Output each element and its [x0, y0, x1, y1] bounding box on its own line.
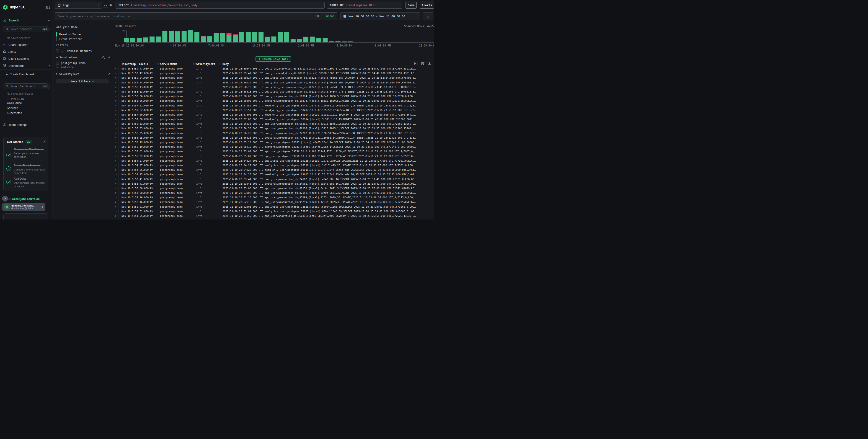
save-button[interactable]: Save	[405, 2, 417, 9]
row-expander-icon[interactable]: >	[115, 168, 119, 172]
row-expander-icon[interactable]: >	[115, 76, 119, 80]
sidebar-preset-item[interactable]: Services	[0, 105, 52, 111]
row-expander-icon[interactable]: >	[115, 81, 119, 85]
edit-sql-button[interactable]: <>	[103, 3, 108, 8]
row-expander-icon[interactable]: >	[115, 85, 119, 90]
table-row[interactable]: >Nov 10 5:55:19.000 PMpostgresql-demoinf…	[113, 145, 434, 149]
table-row[interactable]: >Nov 10 5:52:01.000 PMpostgresql-demoinf…	[113, 205, 434, 209]
table-row[interactable]: >Nov 10 5:56:33.000 PMpostgresql-demoinf…	[113, 126, 434, 131]
table-row[interactable]: >Nov 10 5:52:16.000 PMpostgresql-demoinf…	[113, 200, 434, 205]
row-expander-icon[interactable]: >	[115, 103, 119, 108]
table-row[interactable]: >Nov 10 5:59:47.000 PMpostgresql-demoinf…	[113, 67, 434, 71]
table-row[interactable]: >Nov 10 5:52:01.000 PMpostgresql-demoinf…	[113, 209, 434, 214]
histogram-chart[interactable]: 02KNov 10 12:00:00 AM4:00:00 AM7:00:00 A…	[115, 29, 434, 47]
table-row[interactable]: >Nov 10 5:54:27.000 PMpostgresql-demoinf…	[113, 163, 434, 168]
load-more-button[interactable]: Load more	[56, 66, 73, 69]
table-row[interactable]: >Nov 10 5:55:02.000 PMpostgresql-demoinf…	[113, 149, 434, 154]
row-expander-icon[interactable]: >	[115, 159, 119, 163]
row-expander-icon[interactable]: >	[115, 195, 119, 200]
row-expander-icon[interactable]: >	[115, 126, 119, 131]
row-expander-icon[interactable]: >	[115, 186, 119, 191]
sidebar-item-search[interactable]: Search	[3, 18, 51, 23]
table-row[interactable]: >Nov 10 5:55:19.000 PMpostgresql-demoinf…	[113, 140, 434, 145]
orderby-clause-input[interactable]: ORDER BY TimestampTime DESC	[327, 2, 402, 9]
denoise-checkbox[interactable]	[56, 50, 59, 53]
sidebar-collapse-icon[interactable]	[46, 6, 50, 9]
row-expander-icon[interactable]: >	[115, 67, 119, 71]
row-expander-icon[interactable]: >	[115, 200, 119, 205]
column-resize-handle[interactable]: ⋮⋮	[156, 62, 159, 65]
row-expander-icon[interactable]: >	[115, 209, 119, 214]
table-row[interactable]: >Nov 10 5:51:55.000 PMpostgresql-demoinf…	[113, 214, 434, 218]
table-row[interactable]: >Nov 10 5:57:00.000 PMpostgresql-demoinf…	[113, 113, 434, 117]
alerts-button[interactable]: Alerts	[420, 2, 434, 9]
table-row[interactable]: >Nov 10 5:59:24.000 PMpostgresql-demoinf…	[113, 76, 434, 80]
filter-value-label[interactable]: postgresql-demo	[61, 62, 86, 65]
saved-searches-input[interactable]: Saved Searches ⌘K	[3, 26, 50, 32]
source-settings-button[interactable]	[109, 3, 113, 7]
sidebar-preset-item[interactable]: Kubernetes	[0, 111, 52, 116]
more-filters-button[interactable]: More filters	[56, 79, 108, 84]
sql-toggle[interactable]: SQL	[315, 14, 320, 18]
row-expander-icon[interactable]: >	[115, 163, 119, 168]
row-expander-icon[interactable]: >	[115, 182, 119, 186]
chevron-up-icon[interactable]	[48, 20, 51, 21]
servicename-group-header[interactable]: ServiceName	[56, 56, 110, 59]
search-icon[interactable]	[102, 56, 105, 59]
pin-icon[interactable]	[107, 73, 110, 76]
row-expander-icon[interactable]: >	[115, 99, 119, 103]
source-select[interactable]: Logs	[55, 2, 102, 9]
row-expander-icon[interactable]: >	[115, 140, 119, 145]
column-resize-handle[interactable]: ⋮⋮	[218, 62, 222, 65]
row-expander-icon[interactable]: >	[115, 145, 119, 149]
table-row[interactable]: >Nov 10 5:54:25.000 PMpostgresql-demoinf…	[113, 172, 434, 177]
denoise-label[interactable]: Denoise Results	[67, 50, 92, 53]
help-button[interactable]: ?	[2, 195, 8, 201]
user-menu[interactable]: D dominic.tran@clic... dominic.tran@clic…	[2, 203, 45, 211]
row-expander-icon[interactable]: >	[115, 191, 119, 195]
table-row[interactable]: >Nov 10 5:58:13.000 PMpostgresql-demoinf…	[113, 90, 434, 94]
get-started-step[interactable]: Connect to ClickHouse Set up your databa…	[14, 148, 46, 159]
row-expander-icon[interactable]: >	[115, 71, 119, 76]
table-row[interactable]: >Nov 10 5:54:25.000 PMpostgresql-demoinf…	[113, 168, 434, 172]
table-row[interactable]: >Nov 10 5:56:33.000 PMpostgresql-demoinf…	[113, 122, 434, 126]
run-query-button[interactable]: ▷	[423, 12, 433, 20]
sidebar-preset-item[interactable]: ClickHouse	[0, 100, 52, 105]
row-expander-icon[interactable]: >	[115, 122, 119, 126]
table-row[interactable]: >Nov 10 5:54:27.000 PMpostgresql-demoinf…	[113, 159, 434, 163]
row-expander-icon[interactable]: >	[115, 218, 119, 220]
row-expander-icon[interactable]: >	[115, 214, 119, 218]
table-row[interactable]: >Nov 10 5:55:02.000 PMpostgresql-demoinf…	[113, 154, 434, 159]
table-row[interactable]: >Nov 10 5:58:06.000 PMpostgresql-demoinf…	[113, 99, 434, 103]
row-expander-icon[interactable]: >	[115, 172, 119, 177]
table-row[interactable]: >Nov 10 5:56:25.000 PMpostgresql-demoinf…	[113, 131, 434, 136]
table-row[interactable]: >Nov 10 5:57:00.000 PMpostgresql-demoinf…	[113, 117, 434, 122]
table-row[interactable]: >Nov 10 5:57:52.000 PMpostgresql-demoinf…	[113, 103, 434, 108]
sidebar-item-alerts[interactable]: Alerts	[3, 49, 51, 54]
table-row[interactable]: >Nov 10 5:51:55.000 PMpostgresql-demoinf…	[113, 218, 434, 220]
get-started-step[interactable]: Add Data Start sending logs, metrics, or…	[14, 177, 46, 188]
chevron-up-icon[interactable]	[48, 65, 51, 67]
row-expander-icon[interactable]: >	[115, 149, 119, 154]
pin-icon[interactable]	[107, 56, 110, 59]
table-row[interactable]: >Nov 10 5:57:52.000 PMpostgresql-demoinf…	[113, 108, 434, 113]
sidebar-item-chart-explorer[interactable]: Chart Explorer	[3, 42, 51, 47]
column-header-timestamp[interactable]: Timestamp (Local)	[119, 62, 157, 66]
table-row[interactable]: >Nov 10 5:58:06.000 PMpostgresql-demoinf…	[113, 94, 434, 99]
column-header-severitytext[interactable]: SeverityText	[194, 62, 220, 66]
row-expander-icon[interactable]: >	[115, 205, 119, 209]
row-expander-icon[interactable]: >	[115, 177, 119, 182]
table-row[interactable]: >Nov 10 5:56:25.000 PMpostgresql-demoinf…	[113, 136, 434, 140]
row-expander-icon[interactable]: >	[115, 117, 119, 122]
resume-live-tail-button[interactable]: Resume Live Tail	[255, 56, 291, 62]
table-row[interactable]: >Nov 10 5:53:00.000 PMpostgresql-demoinf…	[113, 191, 434, 195]
mode-results-table[interactable]: Results Table	[59, 32, 81, 37]
table-row[interactable]: >Nov 10 5:53:41.000 PMpostgresql-demoinf…	[113, 177, 434, 182]
table-row[interactable]: >Nov 10 5:53:00.000 PMpostgresql-demoinf…	[113, 186, 434, 191]
table-row[interactable]: >Nov 10 5:59:47.000 PMpostgresql-demoinf…	[113, 71, 434, 76]
column-header-body[interactable]: Body	[220, 62, 434, 66]
row-expander-icon[interactable]: >	[115, 113, 119, 117]
table-row[interactable]: >Nov 10 5:52:16.000 PMpostgresql-demoinf…	[113, 195, 434, 200]
date-range-picker[interactable]: Nov 10 00:00:00 - Nov 11 00:00:00	[340, 12, 420, 20]
chevron-up-icon[interactable]	[43, 141, 45, 143]
